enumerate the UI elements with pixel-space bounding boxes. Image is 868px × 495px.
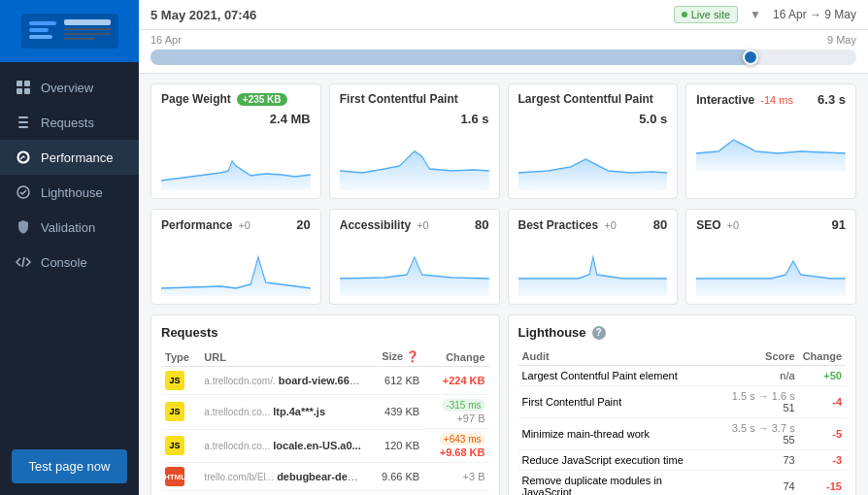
- metric-title: Largest Contentful Paint: [518, 92, 653, 106]
- top-metrics-grid: Page Weight +235 KB 2.4 MB First Content…: [150, 83, 856, 199]
- col-type: Type: [161, 347, 200, 367]
- main-content: 5 May 2021, 07:46 Live site ▼ 16 Apr → 9…: [139, 0, 868, 495]
- metric-title: Accessibility: [340, 218, 411, 232]
- metric-title: Performance: [161, 218, 232, 232]
- metric-card-interactive: Interactive -14 ms 6.3 s: [685, 83, 856, 199]
- metric-value: 80: [475, 217, 488, 232]
- audit-score: 1.5 s → 1.6 s 51: [715, 386, 799, 418]
- metric-chart: [518, 238, 668, 296]
- timeline-thumb[interactable]: [743, 50, 758, 65]
- svg-rect-11: [24, 88, 30, 94]
- table-row: Minimize main-thread work 3.5 s → 3.7 s …: [518, 418, 847, 450]
- sidebar-item-requests[interactable]: Requests: [0, 105, 139, 140]
- metric-chart: [696, 113, 846, 171]
- lighthouse-panel: Lighthouse ? Audit Score Change Largest …: [508, 314, 857, 495]
- lighthouse-panel-title: Lighthouse ?: [518, 325, 847, 340]
- svg-rect-12: [18, 116, 28, 118]
- timeline-fill: [150, 50, 751, 65]
- svg-rect-10: [17, 88, 22, 94]
- audit-score: 3.5 s → 3.7 s 55: [715, 418, 799, 450]
- metric-value: 1.6 s: [461, 112, 489, 126]
- metric-title: First Contentful Paint: [340, 92, 458, 106]
- list-icon: [16, 115, 31, 130]
- sidebar-navigation: Overview Requests Performance Lighthouse…: [0, 62, 139, 438]
- sidebar-item-overview[interactable]: Overview: [0, 70, 139, 105]
- size-cell: 120 KB: [367, 429, 423, 463]
- svg-rect-1: [29, 21, 56, 25]
- timeline-track[interactable]: [150, 50, 856, 65]
- metric-card-lcp: Largest Contentful Paint 5.0 s: [508, 83, 679, 199]
- sidebar-item-validation[interactable]: Validation: [0, 210, 139, 245]
- lighthouse-table: Audit Score Change Largest Contentful Pa…: [518, 347, 847, 495]
- audit-name: Largest Contentful Paint element: [518, 366, 715, 386]
- audit-score: 73: [715, 450, 799, 471]
- table-row: Largest Contentful Paint element n/a +50: [518, 366, 847, 386]
- type-badge-js: JS: [165, 402, 184, 421]
- table-row: First Contentful Paint 1.5 s → 1.6 s 51 …: [518, 386, 847, 418]
- metric-title: Page Weight: [161, 92, 231, 106]
- metric-chart: [518, 132, 668, 190]
- col-change: Change: [799, 347, 846, 366]
- sidebar-item-lighthouse[interactable]: Lighthouse: [0, 175, 139, 210]
- checkmark-icon: [16, 184, 31, 200]
- url-cell: trello.com/1/... ElkYGVnQ?fields=id,id..…: [200, 491, 367, 496]
- grid-icon: [16, 80, 31, 95]
- header-timestamp: 5 May 2021, 07:46: [150, 8, 256, 22]
- url-cell: a.trellocdn.com/. board-view.66***.js: [200, 367, 367, 395]
- metric-title: Interactive: [696, 93, 754, 107]
- change-value: +224 KB: [443, 375, 485, 386]
- type-badge-html: HTML: [165, 467, 184, 486]
- type-badge-js: JS: [165, 436, 184, 455]
- timeline-bar: 16 Apr 9 May: [139, 30, 868, 74]
- size-cell: 612 KB: [367, 367, 423, 395]
- audit-score: 74: [715, 471, 799, 496]
- sidebar-item-console[interactable]: Console: [0, 245, 139, 280]
- audit-change: -5: [799, 418, 846, 450]
- metric-value: 91: [832, 217, 846, 232]
- sidebar-logo: [0, 0, 139, 62]
- sidebar-item-label: Validation: [41, 220, 95, 235]
- metric-card-fcp: First Contentful Paint 1.6 s: [329, 83, 500, 199]
- sidebar-item-label: Requests: [41, 116, 94, 130]
- svg-rect-2: [29, 28, 49, 32]
- live-badge: Live site: [674, 6, 738, 23]
- svg-rect-7: [64, 38, 95, 40]
- audit-score: n/a: [715, 366, 799, 386]
- sidebar-item-label: Overview: [41, 81, 93, 95]
- timeline-dates: 16 Apr 9 May: [150, 34, 856, 46]
- audit-name: Reduce JavaScript execution time: [518, 450, 715, 471]
- table-row: JS a.trellocdn.com/. board-view.66***.js…: [161, 367, 489, 395]
- url-cell: trello.com/b/El... debugbear-demo-boa...: [200, 463, 367, 491]
- metric-chart: [161, 238, 311, 296]
- test-page-button[interactable]: Test page now: [12, 449, 127, 483]
- table-row: Reduce JavaScript execution time 73 -3: [518, 450, 847, 471]
- audit-change: +50: [799, 366, 846, 386]
- svg-rect-14: [18, 126, 28, 128]
- type-badge-js: JS: [165, 371, 184, 390]
- header-bar: 5 May 2021, 07:46 Live site ▼ 16 Apr → 9…: [139, 0, 868, 30]
- size-cell: 439 KB: [367, 395, 423, 430]
- sidebar-item-performance[interactable]: Performance: [0, 140, 139, 175]
- metric-chart: [340, 238, 489, 296]
- svg-rect-13: [18, 121, 28, 123]
- metric-change: +0: [417, 219, 429, 231]
- col-score: Score: [715, 347, 799, 366]
- requests-table: Type URL Size ❓ Change JS a.trellocdn.co…: [161, 347, 489, 495]
- col-change: Change: [423, 347, 488, 367]
- sidebar-item-label: Console: [41, 255, 87, 270]
- table-row: Remove duplicate modules in JavaScript 7…: [518, 471, 847, 496]
- metric-value: 2.4 MB: [270, 112, 311, 126]
- timeline-start: 16 Apr: [150, 34, 182, 46]
- metric-card-seo: SEO +0 91: [685, 209, 856, 305]
- svg-rect-5: [64, 28, 111, 30]
- gauge-icon: [16, 149, 31, 165]
- metric-card-best-practices: Best Practices +0 80: [508, 209, 679, 305]
- table-row: HTML trello.com/b/El... debugbear-demo-b…: [161, 463, 489, 491]
- sidebar-item-label: Lighthouse: [41, 185, 103, 200]
- requests-panel: Requests Type URL Size ❓ Change JS: [150, 314, 500, 495]
- metric-change: +0: [238, 219, 250, 231]
- col-url: URL: [200, 347, 367, 367]
- help-icon[interactable]: ?: [592, 326, 606, 340]
- size-cell: 608 B: [367, 491, 423, 496]
- metric-title: SEO: [696, 218, 720, 232]
